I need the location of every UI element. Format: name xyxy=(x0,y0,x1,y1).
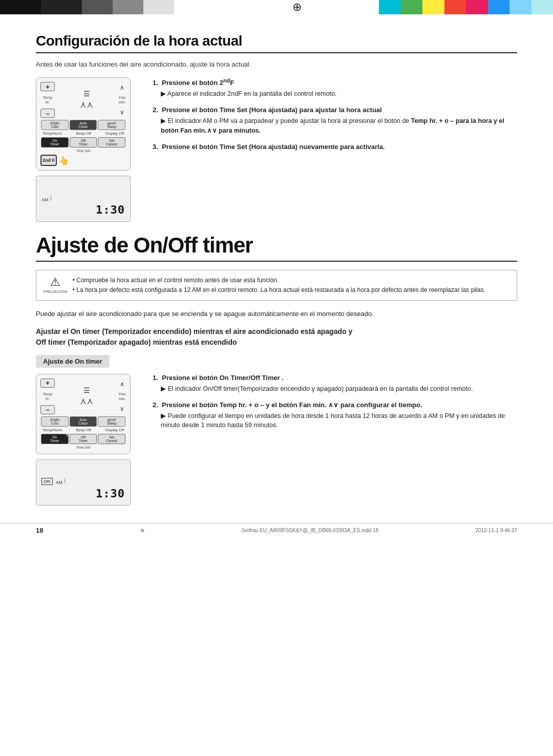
fan2-min-controls: ∧ Fanmin. ∨ xyxy=(119,381,126,412)
remote-label-row: Temp/Humi Beep Off Display Off xyxy=(40,131,126,136)
step1-detail: Aparece el indicador 2ndF en la pantalla… xyxy=(161,89,517,99)
remote-display-2: ON AM │ 1:30 xyxy=(36,459,131,506)
color-block-blue xyxy=(488,0,510,14)
step3: 3. Presione el botón Time Set (Hora ajus… xyxy=(153,143,517,151)
fan2-down-arrow[interactable]: ∨ xyxy=(120,405,124,412)
color-block-ltblue xyxy=(509,0,531,14)
mode2-good-btn[interactable]: good'Sleep xyxy=(98,416,125,427)
fan-min-label: Fanmin. xyxy=(119,95,126,104)
mode-auto-btn[interactable]: AutoClean xyxy=(70,120,97,130)
remote-icon-top: ☰ xyxy=(83,90,90,98)
section2-bold-heading: Ajustar el On timer (Temporizador encend… xyxy=(36,326,517,348)
top-bar-grayscale xyxy=(0,0,215,14)
remote-col-2: + Temphr. – ☰ ⋏⋏ ∧ Fanmin. ∨ d'l xyxy=(36,374,138,506)
on-step2-detail: Puede configurar el tiempo en unidades d… xyxy=(161,411,517,431)
fan2-min-label: Fanmin. xyxy=(119,392,126,401)
remote2-mode-row: d'lightCool AutoClean good'Sleep xyxy=(40,416,126,427)
section2-steps: 1. Presione el botón On Timer/Off Timer … xyxy=(153,374,517,506)
temp-humi-label: Temp/Humi xyxy=(42,131,62,136)
warning-box: ⚠ PRECAUCIÓN • Compruebe la hora actual … xyxy=(36,270,517,301)
on-step1-title: 1. Presione el botón On Timer/Off Timer … xyxy=(153,374,517,382)
step1-body: Aparece el indicador 2ndF en la pantalla… xyxy=(161,89,517,99)
page-number: 18 xyxy=(36,527,43,534)
temp2-plus-btn[interactable]: + xyxy=(40,379,55,388)
color-block-cyan xyxy=(379,0,401,14)
display1-am-label: AM │ xyxy=(41,196,125,202)
set-cancel-btn[interactable]: SetCancel xyxy=(98,137,125,148)
on-step1-body: El indicador On/Off timer(Temporizador e… xyxy=(161,384,517,394)
remote-control-2: + Temphr. – ☰ ⋏⋏ ∧ Fanmin. ∨ d'l xyxy=(36,374,131,454)
color-block-magenta xyxy=(466,0,488,14)
sub-label-on-timer: Ajuste de On timer xyxy=(36,355,110,368)
step2-title: 2. Presione el botón Time Set (Hora ajus… xyxy=(153,106,517,114)
step2-body: El indicador AM o PM va a parpadear y pu… xyxy=(161,116,517,136)
color-block-gray1 xyxy=(82,0,113,14)
warning-triangle-icon: ⚠ xyxy=(50,276,60,289)
footer-file-info: Junfrau EU_AR09FSSK&Y@_IB_DB68-03363A_ES… xyxy=(241,528,378,533)
off-timer-btn[interactable]: OffTimer xyxy=(70,137,97,148)
remote2-center-icons: ☰ ⋏⋏ xyxy=(80,386,93,407)
fan-up-arrow[interactable]: ∧ xyxy=(120,84,124,91)
display2-am-label: AM │ xyxy=(56,478,67,485)
temp2-hr-label: Temphr. xyxy=(43,392,52,401)
remote2-icon-mid: ⋏⋏ xyxy=(80,395,93,407)
mode-good-btn[interactable]: good'Sleep xyxy=(98,120,125,130)
remote-timer-row: OnTimer OffTimer SetCancel xyxy=(40,137,126,148)
remote-icon-mid: ⋏⋏ xyxy=(80,99,93,110)
mode2-auto-btn[interactable]: AutoClean xyxy=(70,416,97,427)
finger-icon: 👆 xyxy=(59,156,69,165)
display1-time: 1:30 xyxy=(41,203,125,216)
time2-set-label: Time Set xyxy=(40,446,126,449)
warning-text-1: Compruebe la hora actual en el control r… xyxy=(76,277,279,284)
fan-down-arrow[interactable]: ∨ xyxy=(120,109,124,116)
step3-title: 3. Presione el botón Time Set (Hora ajus… xyxy=(153,143,517,151)
page-content: Configuración de la hora actual Antes de… xyxy=(0,14,553,537)
color-block-black1 xyxy=(0,0,41,14)
fan2-up-arrow[interactable]: ∧ xyxy=(120,381,124,388)
color-block-green xyxy=(401,0,423,14)
remote-display-1: AM │ 1:30 xyxy=(36,176,131,222)
warning-label: PRECAUCIÓN xyxy=(44,290,68,293)
temp2-minus-btn[interactable]: – xyxy=(40,405,55,414)
temp2-humi-label: Temp/Humi xyxy=(42,428,62,432)
fan-min-controls: ∧ Fanmin. ∨ xyxy=(119,84,126,116)
mode-dlight-btn[interactable]: d'lightCool xyxy=(41,120,69,130)
color-block-black2 xyxy=(41,0,82,14)
remote-center-icons: ☰ ⋏⋏ xyxy=(80,90,93,110)
on-step2-body: Puede configurar el tiempo en unidades d… xyxy=(161,411,517,431)
beep-off-label: Beep Off xyxy=(76,131,91,136)
temp-plus-btn[interactable]: + xyxy=(40,82,55,91)
on-step1: 1. Presione el botón On Timer/Off Timer … xyxy=(153,374,517,394)
temp-hr-controls: + Temphr. – xyxy=(40,82,55,118)
section1-title: Configuración de la hora actual xyxy=(36,33,517,53)
2nd-f-btn[interactable]: 2nd F xyxy=(40,155,57,166)
step2: 2. Presione el botón Time Set (Hora ajus… xyxy=(153,106,517,136)
on-timer-btn[interactable]: OnTimer xyxy=(41,137,69,148)
footer: 18 ⊕ Junfrau EU_AR09FSSK&Y@_IB_DB68-0336… xyxy=(0,523,553,537)
color-block-red xyxy=(444,0,466,14)
section1-subtitle: Antes de usar las funciones del aire aco… xyxy=(36,60,517,68)
section2-content-row: + Temphr. – ☰ ⋏⋏ ∧ Fanmin. ∨ d'l xyxy=(36,374,517,506)
remote2-timer-row: OnTimer ✎ OffTimer SetCancel xyxy=(40,434,126,444)
color-block-yellow xyxy=(422,0,444,14)
on-step2: 2. Presione el botón Temp hr. + o – y el… xyxy=(153,401,517,431)
mode2-dlight-btn[interactable]: d'lightCool xyxy=(41,416,69,427)
section1-content-row: + Temphr. – ☰ ⋏⋏ ∧ Fanmin. ∨ xyxy=(36,77,517,222)
off2-timer-btn[interactable]: OffTimer xyxy=(70,434,97,444)
color-block-gray2 xyxy=(113,0,143,14)
footer-compass: ⊕ xyxy=(140,528,144,533)
remote-col-1: + Temphr. – ☰ ⋏⋏ ∧ Fanmin. ∨ xyxy=(36,77,138,222)
remote-control-1: + Temphr. – ☰ ⋏⋏ ∧ Fanmin. ∨ xyxy=(36,77,131,171)
temp2-hr-controls: + Temphr. – xyxy=(40,379,55,414)
set2-cancel-btn[interactable]: SetCancel xyxy=(98,434,125,444)
display2-on-badge: ON xyxy=(41,478,53,485)
display2-time: 1:30 xyxy=(41,487,125,500)
color-block-ltcyan xyxy=(531,0,554,14)
step1-title: 1. Presione el botón 2ndF xyxy=(153,77,517,87)
on2-timer-btn[interactable]: OnTimer ✎ xyxy=(41,434,69,444)
section2-title: Ajuste de On/Off timer xyxy=(36,233,517,262)
top-color-bar: ⊕ xyxy=(0,0,553,14)
temp-minus-btn[interactable]: – xyxy=(40,109,55,118)
remote2-label-row: Temp/Humi Beep Off Display Off xyxy=(40,428,126,432)
section2-desc: Puede ajustar el aire acondicionado para… xyxy=(36,309,517,319)
